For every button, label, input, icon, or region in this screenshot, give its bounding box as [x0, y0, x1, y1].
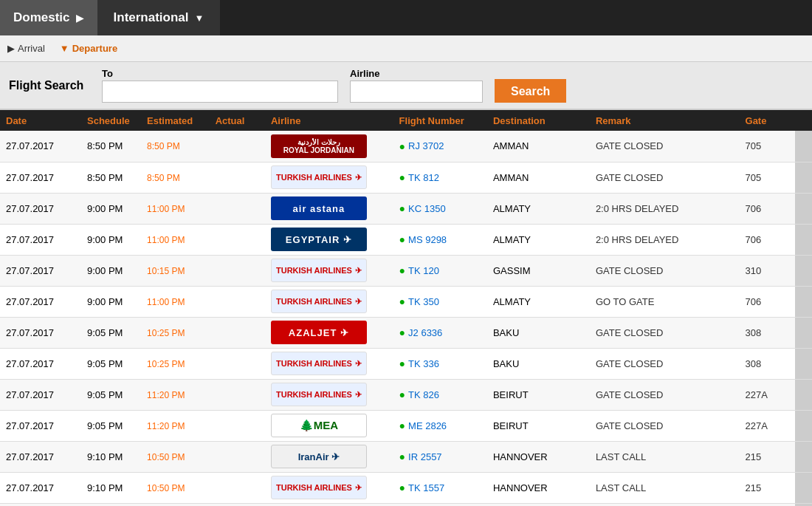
arrival-item[interactable]: ▶ Arrival — [7, 43, 45, 54]
cell-scroll — [795, 224, 812, 255]
cell-flight[interactable]: ● RJ 3702 — [393, 131, 487, 162]
cell-airline: air astana — [265, 193, 393, 224]
cell-flight[interactable]: ● TK 120 — [393, 255, 487, 286]
cell-airline: AZALJET ✈ — [265, 317, 393, 348]
table-row: 27.07.2017 9:05 PM 10:25 PM AZALJET ✈ ● … — [0, 317, 812, 348]
table-row: 27.07.2017 9:05 PM 11:20 PM 🌲MEA ● ME 28… — [0, 410, 812, 441]
cell-destination: BAKU — [487, 348, 590, 379]
header-actual: Actual — [210, 110, 265, 131]
cell-gate: 706 — [740, 286, 795, 317]
flight-number-link[interactable]: ● KC 1350 — [399, 202, 481, 214]
flight-number-link[interactable]: ● TK 350 — [399, 295, 481, 307]
cell-estimated: 10:50 PM — [141, 472, 210, 503]
cell-gate: 308 — [740, 317, 795, 348]
cell-airline: 🌲MEA — [265, 410, 393, 441]
domestic-label: Domestic — [13, 10, 70, 25]
cell-destination: ALMATY — [487, 224, 590, 255]
cell-flight[interactable]: ● TK 336 — [393, 348, 487, 379]
header-gate: Gate — [740, 110, 795, 131]
cell-actual — [210, 317, 265, 348]
table-row: 27.07.2017 8:50 PM 8:50 PM رحلات الأردني… — [0, 131, 812, 162]
cell-remark: 2:0 HRS DELAYED — [590, 224, 740, 255]
header-estimated: Estimated — [141, 110, 210, 131]
cell-flight[interactable]: ● TK 812 — [393, 162, 487, 193]
status-dot: ● — [399, 420, 405, 431]
flight-number-link[interactable]: ● IR 2557 — [399, 451, 481, 462]
cell-actual — [210, 286, 265, 317]
cell-flight[interactable]: ● IR 2557 — [393, 441, 487, 472]
cell-flight[interactable]: ● ME 2826 — [393, 410, 487, 441]
cell-remark: COUNTER OPEN — [590, 503, 740, 506]
international-tab[interactable]: International ▼ — [97, 0, 221, 35]
cell-gate: 227A — [740, 410, 795, 441]
airline-logo: TURKISH AIRLINES✈ — [271, 259, 367, 282]
flight-table-wrapper: Date Schedule Estimated Actual Airline F… — [0, 110, 812, 506]
flight-number-link[interactable]: ● MS 9298 — [399, 233, 481, 245]
cell-schedule: 9:10 PM — [81, 472, 141, 503]
cell-date: 27.07.2017 — [0, 286, 81, 317]
to-input[interactable] — [102, 81, 338, 103]
table-row: 27.07.2017 9:00 PM 10:15 PM TURKISH AIRL… — [0, 255, 812, 286]
table-row: 27.07.2017 9:10 PM 10:50 PM IranAir ✈ ● … — [0, 441, 812, 472]
cell-flight[interactable]: ● J2 6336 — [393, 317, 487, 348]
cell-scroll — [795, 255, 812, 286]
cell-gate: 705 — [740, 131, 795, 162]
cell-actual — [210, 503, 265, 506]
flight-number-link[interactable]: ● TK 336 — [399, 358, 481, 369]
airline-logo: TURKISH AIRLINES✈ — [271, 290, 367, 313]
cell-actual — [210, 410, 265, 441]
airline-search-group: Airline — [350, 68, 483, 103]
cell-airline: ZAGROS JET — [265, 503, 393, 506]
cell-date: 27.07.2017 — [0, 255, 81, 286]
header-scroll — [795, 110, 812, 131]
cell-flight[interactable]: ● TK 1557 — [393, 472, 487, 503]
airline-logo: 🌲MEA — [271, 414, 367, 437]
cell-actual — [210, 162, 265, 193]
cell-schedule: 8:50 PM — [81, 131, 141, 162]
domestic-tab[interactable]: Domestic ▶ — [0, 0, 97, 35]
cell-scroll — [795, 503, 812, 506]
arrival-departure-bar: ▶ Arrival ▼ Departure — [0, 35, 812, 62]
status-dot: ● — [399, 202, 405, 214]
cell-scroll — [795, 286, 812, 317]
search-button[interactable]: Search — [495, 79, 566, 103]
airline-input[interactable] — [350, 81, 483, 103]
cell-scroll — [795, 410, 812, 441]
cell-scroll — [795, 472, 812, 503]
airline-logo: IranAir ✈ — [271, 445, 367, 468]
cell-flight[interactable]: ● MS 9298 — [393, 224, 487, 255]
status-dot: ● — [399, 451, 405, 462]
cell-date: 27.07.2017 — [0, 317, 81, 348]
estimated-time: 10:50 PM — [147, 483, 185, 493]
flight-number-link[interactable]: ● TK 812 — [399, 171, 481, 183]
flight-number-link[interactable]: ● TK 1557 — [399, 482, 481, 493]
estimated-time: 11:00 PM — [147, 297, 185, 307]
cell-remark: LAST CALL — [590, 441, 740, 472]
flight-number-link[interactable]: ● J2 6336 — [399, 326, 481, 338]
status-dot: ● — [399, 140, 405, 152]
cell-remark: GATE CLOSED — [590, 162, 740, 193]
cell-destination: ALMATY — [487, 286, 590, 317]
to-label: To — [102, 68, 338, 79]
cell-flight[interactable]: ● TK 350 — [393, 286, 487, 317]
header-airline: Airline — [265, 110, 393, 131]
cell-scroll — [795, 348, 812, 379]
cell-gate: 227A — [740, 379, 795, 410]
cell-airline: TURKISH AIRLINES✈ — [265, 286, 393, 317]
departure-item[interactable]: ▼ Departure — [60, 43, 117, 54]
cell-destination: HANNOVER — [487, 472, 590, 503]
cell-flight[interactable]: ● TK 826 — [393, 379, 487, 410]
cell-gate: 215 — [740, 441, 795, 472]
cell-remark: 2:0 HRS DELAYED — [590, 193, 740, 224]
cell-estimated: 8:50 PM — [141, 162, 210, 193]
arrival-label: Arrival — [18, 43, 45, 54]
cell-flight[interactable]: ● KC 1350 — [393, 193, 487, 224]
cell-schedule: 9:05 PM — [81, 379, 141, 410]
flight-number-link[interactable]: ● TK 826 — [399, 389, 481, 400]
cell-flight[interactable]: ● Z4 6601 — [393, 503, 487, 506]
flight-number-link[interactable]: ● RJ 3702 — [399, 140, 481, 152]
flight-number-link[interactable]: ● TK 120 — [399, 264, 481, 276]
top-navigation: Domestic ▶ International ▼ — [0, 0, 812, 35]
cell-destination: BAKU — [487, 317, 590, 348]
flight-number-link[interactable]: ● ME 2826 — [399, 420, 481, 431]
